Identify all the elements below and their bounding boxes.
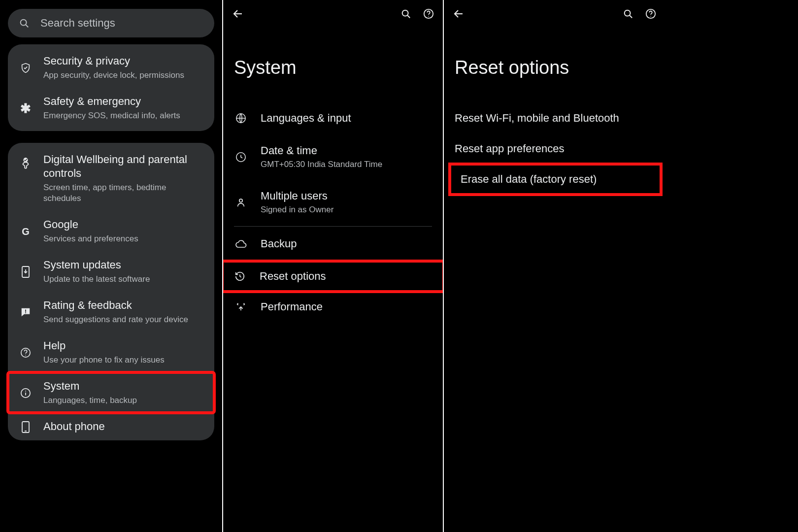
system-item-title: Multiple users	[261, 190, 333, 202]
system-update-icon	[21, 266, 30, 278]
reset-option-wifi-mobile-bt[interactable]: Reset Wi-Fi, mobile and Bluetooth	[444, 103, 665, 133]
settings-item-title: System	[43, 379, 205, 393]
svg-point-7	[25, 355, 26, 356]
reset-option-label: Reset app preferences	[455, 142, 565, 155]
settings-main-pane: Search settings Security & privacy App s…	[0, 0, 222, 532]
help-icon[interactable]	[645, 8, 656, 19]
system-item-title: Backup	[261, 237, 297, 250]
system-item-title: Date & time	[261, 144, 382, 157]
svg-line-20	[630, 15, 632, 18]
shield-check-icon	[20, 63, 31, 73]
svg-rect-4	[25, 310, 26, 312]
settings-item-safety-emergency[interactable]: ✱ Safety & emergency Emergency SOS, medi…	[8, 88, 214, 128]
system-item-reset-options[interactable]: Reset options	[222, 261, 443, 292]
system-item-title: Performance	[261, 300, 323, 313]
system-item-title: Reset options	[260, 270, 326, 283]
system-item-subtitle: Signed in as Owner	[261, 204, 333, 215]
svg-point-9	[25, 391, 26, 392]
system-item-languages-input[interactable]: Languages & input	[223, 103, 443, 133]
settings-item-subtitle: Update to the latest software	[43, 274, 205, 285]
svg-point-0	[21, 20, 27, 26]
settings-item-subtitle: Screen time, app timers, bedtime schedul…	[43, 182, 205, 204]
reset-option-label: Reset Wi-Fi, mobile and Bluetooth	[455, 112, 619, 124]
help-icon	[20, 347, 31, 358]
settings-item-title: Security & privacy	[43, 54, 205, 68]
search-placeholder: Search settings	[40, 17, 115, 30]
performance-icon	[235, 301, 246, 312]
globe-icon	[235, 113, 246, 124]
settings-item-subtitle: Services and preferences	[43, 233, 205, 244]
search-icon	[19, 18, 30, 29]
settings-item-title: Rating & feedback	[43, 299, 205, 312]
system-item-backup[interactable]: Backup	[223, 229, 443, 259]
svg-point-15	[428, 16, 429, 17]
svg-line-13	[407, 15, 410, 18]
svg-point-18	[239, 199, 242, 202]
settings-item-title: System updates	[43, 258, 205, 272]
settings-item-title: About phone	[43, 420, 205, 433]
feedback-icon	[20, 307, 31, 318]
settings-item-title: Google	[43, 218, 205, 232]
phone-icon	[21, 421, 30, 433]
reset-icon	[234, 271, 245, 282]
page-title: System	[223, 28, 443, 103]
info-icon	[20, 388, 31, 399]
svg-point-22	[650, 16, 651, 17]
settings-item-security-privacy[interactable]: Security & privacy App security, device …	[8, 47, 214, 88]
settings-item-subtitle: Send suggestions and rate your device	[43, 314, 205, 325]
reset-options-pane: Reset options Reset Wi-Fi, mobile and Bl…	[443, 0, 665, 532]
settings-item-system[interactable]: System Languages, time, backup	[8, 372, 214, 413]
back-icon[interactable]	[232, 8, 244, 20]
settings-item-title: Safety & emergency	[43, 95, 205, 108]
settings-item-title: Digital Wellbeing and parental controls	[43, 153, 205, 180]
settings-item-google[interactable]: G Google Services and preferences	[8, 211, 214, 251]
settings-item-help[interactable]: Help Use your phone to fix any issues	[8, 332, 214, 372]
help-icon[interactable]	[423, 8, 434, 19]
asterisk-icon: ✱	[20, 102, 31, 115]
settings-item-subtitle: Languages, time, backup	[43, 395, 205, 406]
svg-line-1	[26, 25, 28, 27]
divider	[234, 226, 432, 227]
system-item-performance[interactable]: Performance	[223, 292, 443, 322]
settings-item-subtitle: App security, device lock, permissions	[43, 70, 205, 81]
settings-item-feedback[interactable]: Rating & feedback Send suggestions and r…	[8, 292, 214, 332]
reset-option-label: Erase all data (factory reset)	[461, 173, 597, 185]
settings-item-title: Help	[43, 339, 205, 353]
back-icon[interactable]	[453, 8, 465, 20]
search-icon[interactable]	[623, 8, 633, 19]
settings-group-security: Security & privacy App security, device …	[8, 44, 214, 131]
appbar	[223, 0, 443, 28]
page-title: Reset options	[444, 28, 665, 103]
settings-item-digital-wellbeing[interactable]: Digital Wellbeing and parental controls …	[8, 146, 214, 211]
wellbeing-icon	[20, 157, 31, 170]
reset-option-app-preferences[interactable]: Reset app preferences	[444, 133, 665, 164]
appbar	[444, 0, 665, 28]
settings-item-subtitle: Use your phone to fix any issues	[43, 355, 205, 366]
settings-item-subtitle: Emergency SOS, medical info, alerts	[43, 110, 205, 121]
reset-option-erase-all-data[interactable]: Erase all data (factory reset)	[450, 164, 661, 195]
svg-point-12	[402, 10, 408, 16]
user-icon	[235, 197, 246, 208]
settings-item-about-phone[interactable]: About phone	[8, 413, 214, 440]
search-settings[interactable]: Search settings	[8, 9, 214, 37]
cloud-icon	[235, 239, 247, 248]
system-pane: System Languages & input Date & time GMT…	[222, 0, 443, 532]
system-item-multiple-users[interactable]: Multiple users Signed in as Owner	[223, 181, 443, 224]
system-item-title: Languages & input	[261, 112, 351, 125]
clock-icon	[235, 152, 246, 163]
search-icon[interactable]	[400, 8, 411, 19]
svg-rect-5	[25, 312, 26, 313]
settings-group-system: Digital Wellbeing and parental controls …	[8, 143, 214, 440]
system-item-date-time[interactable]: Date & time GMT+05:30 India Standard Tim…	[223, 135, 443, 179]
svg-point-19	[625, 10, 631, 16]
google-icon: G	[22, 226, 30, 237]
settings-item-system-updates[interactable]: System updates Update to the latest soft…	[8, 251, 214, 292]
system-item-subtitle: GMT+05:30 India Standard Time	[261, 159, 382, 170]
